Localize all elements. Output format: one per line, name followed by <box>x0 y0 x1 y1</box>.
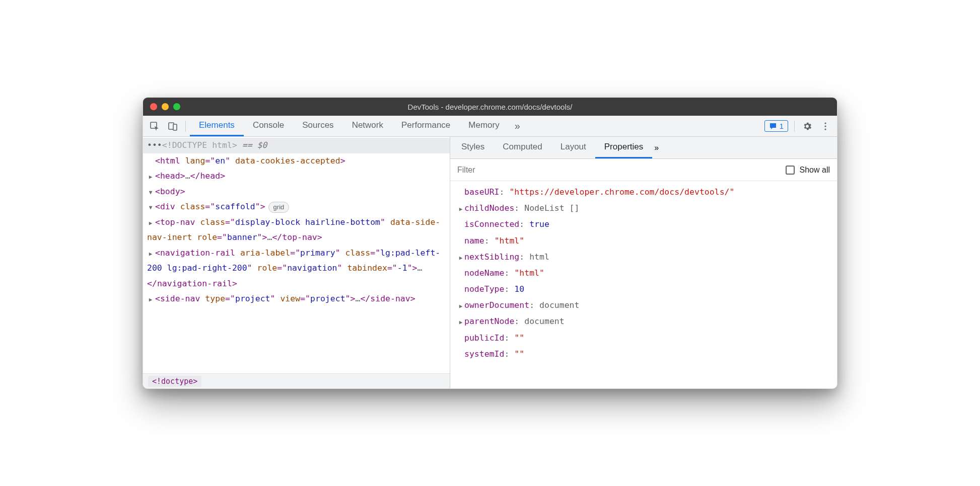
window-title: DevTools - developer.chrome.com/docs/dev… <box>143 103 837 111</box>
dom-tree[interactable]: •••<!DOCTYPE html> == $0 <html lang="en"… <box>143 137 450 373</box>
property-row[interactable]: publicId: "" <box>453 330 834 346</box>
issues-button[interactable]: 1 <box>764 120 788 132</box>
property-row[interactable]: name: "html" <box>453 233 834 249</box>
main-toolbar: ElementsConsoleSourcesNetworkPerformance… <box>143 116 837 137</box>
property-row[interactable]: parentNode: document <box>453 313 834 330</box>
issues-count: 1 <box>780 122 784 130</box>
titlebar: DevTools - developer.chrome.com/docs/dev… <box>143 98 837 116</box>
side-panel: StylesComputedLayoutProperties» Show all… <box>450 137 837 388</box>
side-tab-computed[interactable]: Computed <box>494 137 551 158</box>
elements-panel: •••<!DOCTYPE html> == $0 <html lang="en"… <box>143 137 450 388</box>
side-tab-layout[interactable]: Layout <box>551 137 595 158</box>
tab-memory[interactable]: Memory <box>459 116 508 136</box>
tab-performance[interactable]: Performance <box>392 116 459 136</box>
main-tabs: ElementsConsoleSourcesNetworkPerformance… <box>190 116 509 136</box>
properties-list[interactable]: baseURI: "https://developer.chrome.com/d… <box>450 181 837 388</box>
dom-node-head[interactable]: <head>…</head> <box>143 169 450 184</box>
side-tab-properties[interactable]: Properties <box>595 137 652 158</box>
property-row[interactable]: baseURI: "https://developer.chrome.com/d… <box>453 184 834 200</box>
breadcrumb: <!doctype> <box>143 373 450 388</box>
property-row[interactable]: nodeType: 10 <box>453 281 834 297</box>
more-tabs-icon[interactable]: » <box>510 120 525 132</box>
svg-point-5 <box>824 128 826 130</box>
property-row[interactable]: isConnected: true <box>453 216 834 232</box>
tab-elements[interactable]: Elements <box>190 116 244 136</box>
property-row[interactable]: systemId: "" <box>453 346 834 362</box>
window-controls <box>150 103 180 110</box>
device-toolbar-icon[interactable] <box>164 118 181 135</box>
settings-icon[interactable] <box>799 118 816 135</box>
close-icon[interactable] <box>150 103 157 110</box>
tab-console[interactable]: Console <box>244 116 293 136</box>
side-tabs: StylesComputedLayoutProperties» <box>450 137 837 159</box>
more-side-tabs-icon[interactable]: » <box>654 143 659 152</box>
tab-sources[interactable]: Sources <box>293 116 342 136</box>
dom-node-navrail[interactable]: <navigation-rail aria-label="primary" cl… <box>143 246 450 292</box>
dom-node-sidenav[interactable]: <side-nav type="project" view="project">… <box>143 291 450 307</box>
zoom-icon[interactable] <box>173 103 180 110</box>
inspect-element-icon[interactable] <box>146 118 163 135</box>
tab-network[interactable]: Network <box>343 116 392 136</box>
minimize-icon[interactable] <box>162 103 169 110</box>
show-all-checkbox[interactable] <box>786 166 795 175</box>
dom-node-scaffold[interactable]: <div class="scaffold">grid <box>143 199 450 215</box>
property-row[interactable]: nodeName: "html" <box>453 265 834 281</box>
svg-rect-2 <box>173 124 177 130</box>
separator <box>185 121 186 132</box>
devtools-window: DevTools - developer.chrome.com/docs/dev… <box>143 97 837 389</box>
filter-input[interactable] <box>457 166 781 175</box>
dom-node-doctype[interactable]: •••<!DOCTYPE html> == $0 <box>143 138 450 153</box>
kebab-menu-icon[interactable] <box>817 118 834 135</box>
dom-node-body[interactable]: <body> <box>143 184 450 200</box>
show-all-label[interactable]: Show all <box>800 166 830 175</box>
svg-point-4 <box>824 125 826 127</box>
properties-filter-row: Show all <box>450 159 837 181</box>
property-row[interactable]: ownerDocument: document <box>453 297 834 313</box>
dom-node-html[interactable]: <html lang="en" data-cookies-accepted> <box>143 153 450 169</box>
property-row[interactable]: nextSibling: html <box>453 249 834 265</box>
property-row[interactable]: childNodes: NodeList [] <box>453 200 834 216</box>
svg-point-3 <box>824 122 826 124</box>
separator <box>794 121 795 132</box>
dom-node-topnav[interactable]: <top-nav class="display-block hairline-b… <box>143 215 450 246</box>
breadcrumb-item[interactable]: <!doctype> <box>148 376 201 387</box>
main-panels: •••<!DOCTYPE html> == $0 <html lang="en"… <box>143 137 837 388</box>
side-tab-styles[interactable]: Styles <box>452 137 494 158</box>
